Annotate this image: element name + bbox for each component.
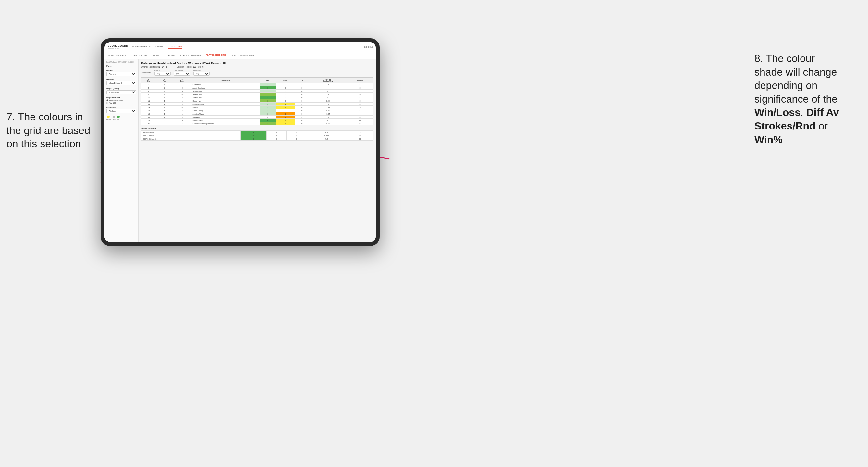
cell-win: 1	[259, 99, 276, 102]
nav-item-tournaments[interactable]: TOURNAMENTS	[132, 45, 151, 49]
sidebar-opponent-view-section: Opponent view Opponents Played Top 100	[106, 97, 136, 104]
logo-sub: Powered by clippd	[108, 48, 128, 49]
annotation-right-line3: depending on	[754, 80, 817, 91]
sign-out[interactable]: Sign out	[364, 46, 373, 48]
out-table-row: Foreign Team 1 0 0 4.5 2	[142, 131, 373, 134]
radio-dot-opponents	[106, 99, 108, 101]
tablet-screen: SCOREBOARD Powered by clippd TOURNAMENTS…	[104, 42, 376, 242]
cell-opponent: Sydney Kuo	[191, 90, 259, 93]
sidebar-timestamp: Last Updated: 27/03/2024 16:55:38	[106, 61, 136, 63]
table-row: 6 1 3 Sydney Kuo 1 0 0 -1	[142, 90, 373, 93]
cell-conf: 1	[173, 102, 191, 106]
cell-out-loss: 0	[267, 137, 286, 141]
radio-top100[interactable]: Top 100	[106, 102, 136, 104]
cell-out-win: 5	[241, 137, 267, 141]
col-rounds: Rounds	[347, 77, 373, 83]
sub-nav-team-h2h-heatmap[interactable]: TEAM H2H HEATMAP	[153, 54, 176, 57]
cell-reg: 1	[156, 102, 173, 106]
cell-out-diff: 7.4	[306, 137, 347, 141]
cell-loss: 0	[276, 109, 295, 112]
cell-reg: 2	[156, 116, 173, 119]
filter-conference-select[interactable]: (All)	[174, 72, 190, 75]
sidebar-division-select[interactable]: NCAA Division III	[106, 81, 136, 85]
cell-reg: 1	[156, 112, 173, 116]
col-opponent: Opponent	[191, 77, 259, 83]
cell-opponent: Emily Chang	[191, 119, 259, 122]
cell-reg: 2	[156, 86, 173, 90]
cell-rounds: 4	[347, 96, 373, 99]
cell-out-diff: 9.267	[306, 134, 347, 137]
sub-nav-team-summary[interactable]: TEAM SUMMARY	[108, 54, 126, 57]
annotation-right-bold2: Diff Av	[806, 106, 839, 118]
sub-nav-player-h2h-heatmap[interactable]: PLAYER H2H HEATMAP	[231, 54, 256, 57]
cell-win: 1	[259, 112, 276, 116]
opponents-label: Opponents:	[141, 72, 151, 74]
cell-loss: 1	[276, 122, 295, 125]
cell-win: 1	[259, 90, 276, 93]
cell-tie: 0	[295, 112, 309, 116]
sub-nav: TEAM SUMMARY TEAM H2H GRID TEAM H2H HEAT…	[104, 52, 376, 59]
legend-up: Up	[117, 116, 120, 120]
radio-opponents-played[interactable]: Opponents Played	[106, 99, 136, 101]
cell-tie: 0	[295, 93, 309, 96]
table-row: 15 8 5 Stella Cheng 1 0 0 1.25 4	[142, 109, 373, 112]
sidebar-gender-select[interactable]: Women's	[106, 72, 136, 76]
filter-region-select[interactable]: (All)	[154, 72, 171, 75]
cell-out-diff: 4.5	[306, 131, 347, 134]
filter-opponent-select[interactable]: (All)	[193, 72, 210, 75]
cell-tie: 0	[295, 106, 309, 109]
cell-opponent: Sharon Mun	[191, 93, 259, 96]
cell-rounds: 3	[347, 99, 373, 102]
cell-tie: 1	[295, 83, 309, 86]
sidebar-colour-by-select[interactable]: Win/loss	[106, 109, 136, 113]
cell-div: 13	[142, 102, 156, 106]
cell-win: 1	[259, 83, 276, 86]
cell-out-tie: 0	[286, 137, 306, 141]
cell-div: 10	[142, 96, 156, 99]
sidebar-rank-select[interactable]: 8. Katelyn Vo	[106, 90, 136, 94]
cell-win: 2	[259, 96, 276, 99]
sub-nav-player-summary[interactable]: PLAYER SUMMARY	[180, 54, 201, 57]
sub-nav-team-h2h-grid[interactable]: TEAM H2H GRID	[131, 54, 149, 57]
cell-div: 6	[142, 90, 156, 93]
cell-out-opponent: NCAA Division 2	[142, 137, 241, 141]
legend-up-circle	[117, 116, 120, 118]
cell-opponent: Eunice Yi	[191, 106, 259, 109]
cell-conf: 2	[173, 116, 191, 119]
col-reg: #Reg	[156, 77, 173, 83]
cell-div: 9	[142, 93, 156, 96]
cell-opponent: Euna Lee	[191, 116, 259, 119]
cell-div: 14	[142, 106, 156, 109]
annotation-right-bold1: Win/Loss	[754, 106, 801, 118]
cell-rounds: 3	[347, 86, 373, 90]
cell-loss: 0	[276, 93, 295, 96]
cell-opponent: Esther Lee	[191, 83, 259, 86]
sub-nav-player-h2h-grid[interactable]: PLAYER H2H GRID	[206, 53, 226, 57]
cell-diff: 1.5	[309, 83, 347, 86]
nav-item-committee[interactable]: COMMITTEE	[168, 45, 183, 49]
cell-diff: 3.33	[309, 99, 347, 102]
cell-div: 3	[142, 83, 156, 86]
sidebar-gender-label: Gender	[106, 69, 136, 71]
sidebar-rank-label: Player (Rank)	[106, 88, 136, 90]
cell-out-loss: 0	[267, 131, 286, 134]
table-row: 20 11 7 Federica Domecq Lacroze 2 1 0 1.…	[142, 122, 373, 125]
cell-rounds	[347, 112, 373, 116]
cell-loss: 2	[276, 116, 295, 119]
cell-loss: 2	[276, 106, 295, 109]
cell-reg: 1	[156, 83, 173, 86]
overall-record: Overall Record: 353 - 34 - 6	[141, 66, 167, 68]
legend-down: Down	[106, 116, 111, 120]
cell-rounds: 4	[347, 83, 373, 86]
col-win: Win	[259, 77, 276, 83]
cell-win: 0	[259, 116, 276, 119]
annotation-right: 8. The colour shade will change dependin…	[754, 52, 858, 146]
cell-reg: 1	[156, 99, 173, 102]
nav-item-teams[interactable]: TEAMS	[155, 45, 163, 49]
cell-diff: 4	[309, 96, 347, 99]
cell-reg: 11	[156, 122, 173, 125]
sidebar-division-label: Division	[106, 79, 136, 81]
cell-loss: 2	[276, 112, 295, 116]
sidebar-radio-group: Opponents Played Top 100	[106, 99, 136, 104]
annotation-right-bold4: Win%	[754, 134, 783, 145]
